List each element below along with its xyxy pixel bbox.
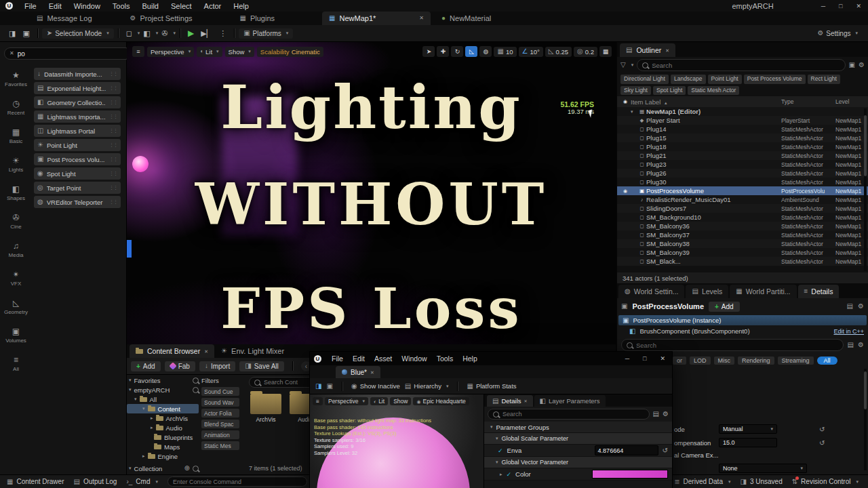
menu-actor[interactable]: Actor [198,2,228,10]
filter-chip[interactable]: Blend Spac [201,420,239,428]
content-drawer-button[interactable]: ▦ Content Drawer [7,478,64,485]
color-swatch[interactable] [592,470,668,479]
category-all[interactable]: ≡All [0,350,32,378]
category-chip[interactable]: LOD [690,357,711,365]
tab-content-browser[interactable]: Content Browser ✕ [130,344,214,358]
filter-chip[interactable]: Post Process Volume [744,75,806,84]
tree-item-maps[interactable]: Maps [127,442,199,451]
place-item[interactable]: ☀Point Light⋮⋮ [34,139,121,151]
place-item[interactable]: ▤Exponential Height...⋮⋮ [34,82,121,94]
tab-project-settings[interactable]: ⚙ Project Settings [123,12,199,25]
close-tab-icon[interactable]: ✕ [370,370,374,375]
tab-newmaterial[interactable]: ● NewMaterial [435,12,498,25]
outliner-scrollbar[interactable] [864,108,867,271]
drag-handle-icon[interactable]: ⋮⋮ [109,171,117,176]
category-vfx[interactable]: ✴VFX [0,264,32,293]
filter-chip[interactable]: Static Mes [201,441,239,450]
outliner-row[interactable]: ◻Plug14StaticMeshActorNewMap1 [617,125,868,134]
filter-chip[interactable]: Sound Wav [201,398,239,407]
category-shapes[interactable]: ◧Shapes [0,179,32,207]
menu-file[interactable]: File [18,2,43,10]
category-media[interactable]: ♫Media [0,236,32,264]
close-tab-icon[interactable]: ✕ [524,399,528,403]
details-filter-icon[interactable]: ▤ [848,342,854,348]
filter-chip[interactable]: Actor Folia [201,409,239,418]
outliner-row[interactable]: ◻SM_Black...StaticMeshActorNewMap1 [617,257,868,266]
cinematics-button[interactable]: ✇ [158,29,171,38]
scalar-value-input[interactable]: 4.876664 [595,445,658,455]
details-view-options-icon[interactable]: ▤ [847,303,853,310]
place-item[interactable]: ▦Lightmass Importa...⋮⋮ [34,110,121,123]
close-tab-icon[interactable]: ✕ [665,48,669,53]
content-folder-icon[interactable]: ▣ [19,29,33,38]
place-item[interactable]: ◎Target Point⋮⋮ [34,182,121,194]
tree-item-blueprints[interactable]: Blueprints [127,432,199,442]
filter-chip[interactable]: Static Mesh Actor [688,86,739,96]
menu-build[interactable]: Build [136,2,165,10]
search-icon[interactable] [193,387,199,393]
category-geometry[interactable]: ◺Geometry [0,293,32,321]
reset-icon[interactable]: ↺ [663,447,668,454]
filter-chip[interactable]: Sky Light [620,86,651,96]
viewport-layout-button[interactable]: ▦ [599,46,612,57]
close-button[interactable]: ✕ [653,355,672,362]
drag-handle-icon[interactable]: ⋮⋮ [109,85,117,91]
place-item[interactable]: ↓Datasmith Importe...⋮⋮ [34,68,121,80]
asset-folder-archvis[interactable]: ArchVis [248,390,284,423]
tab-material-details[interactable]: ▤ Details ✕ [487,395,533,407]
category-chip-all[interactable]: All [817,357,837,365]
filter-funnel-icon[interactable]: ▽ [620,62,626,68]
outliner-row[interactable]: ◻Plug30StaticMeshActorNewMap1 [617,178,868,186]
reset-icon[interactable]: ↺ [819,426,825,433]
tab-newmap1[interactable]: ▦ NewMap1* ✕ [322,12,431,25]
perspective-dropdown[interactable]: Perspective ▾ [147,47,194,57]
tab-world-settings[interactable]: ◍World Settin... [618,285,684,298]
filter-chip[interactable]: Animation [201,430,239,439]
rotate-tool-button[interactable]: ↻ [451,46,463,57]
grid-snap-control[interactable]: ▦ 10 [494,47,516,57]
outliner-row[interactable]: ◻Plug15StaticMeshActorNewMap1 [617,134,868,142]
component-row[interactable]: ◧ BrushComponent (BrushComponent0) Edit … [617,326,868,336]
details-scrollbar[interactable] [864,369,867,470]
clear-search-icon[interactable]: ✕ [9,51,14,56]
favorites-header[interactable]: ▾ Favorites [127,375,199,385]
move-tool-button[interactable]: ✚ [437,46,449,57]
outliner-row[interactable]: ▾▦NewMap1 (Editor) [617,107,868,116]
category-chip[interactable]: Streaming [778,357,814,365]
none-dropdown[interactable]: None ▾ [719,464,807,473]
chevron-down-icon[interactable]: ▾ [173,30,176,36]
parameter-groups-header[interactable]: ▾ Parameter Groups [484,422,672,433]
selection-mode-dropdown[interactable]: ➤ Selection Mode ▾ [42,28,114,39]
scalability-warning[interactable]: Scalability Cinematic [257,47,323,57]
tab-plugins[interactable]: ▦ Plugins [233,12,282,25]
gear-icon[interactable]: ⚙ [858,303,864,310]
filter-chip[interactable]: Rect Light [808,75,840,84]
place-item[interactable]: ▣Post Process Volu...⋮⋮ [34,153,121,165]
derived-data-dropdown[interactable]: ≣ Derived Data ▾ [674,478,730,485]
outliner-row[interactable]: ◻Plug26StaticMeshActorNewMap1 [617,169,868,178]
save-icon[interactable]: ◨ [5,29,19,38]
outliner-row[interactable]: ◻SM_Balcony36StaticMeshActorNewMap1 [617,222,868,230]
close-tab-icon[interactable]: ✕ [204,349,208,354]
material-search-input[interactable]: Search [488,409,650,420]
place-item[interactable]: ◉Spot Light⋮⋮ [34,167,121,180]
tree-item-archvis[interactable]: ▸ ArchVis [127,413,199,423]
minimize-button[interactable]: ─ [814,3,832,9]
outliner-row[interactable]: ◻Plug21StaticMeshActorNewMap1 [617,151,868,160]
add-collection-icon[interactable]: ⊕ [184,465,190,472]
tree-item-content[interactable]: ▾ Content [127,404,199,413]
outliner-row[interactable]: ◆Player StartPlayerStartNewMap1 [617,116,868,125]
outliner-row[interactable]: ◻SM_Balcony38StaticMeshActorNewMap1 [617,239,868,248]
drag-handle-icon[interactable]: ⋮⋮ [109,114,117,119]
outliner-settings-icon[interactable]: ▣ [849,62,855,68]
category-recent[interactable]: ◷Recent [0,94,32,122]
reset-icon[interactable]: ↺ [819,440,825,447]
global-vector-header[interactable]: ▾ Global Vector Parameter [484,457,672,468]
menu-window[interactable]: Window [68,2,106,10]
outliner-row[interactable]: ◻SM_Balcony39StaticMeshActorNewMap1 [617,248,868,257]
outliner-row[interactable]: ◻Plug18StaticMeshActorNewMap1 [617,142,868,151]
close-button[interactable]: ✕ [849,3,868,9]
level-viewport[interactable]: Lighting WITHOUT FPS Loss ≡ Perspective … [127,42,616,344]
edit-in-cpp-link[interactable]: Edit in C++ [833,328,864,335]
maximize-button[interactable]: □ [832,3,849,9]
